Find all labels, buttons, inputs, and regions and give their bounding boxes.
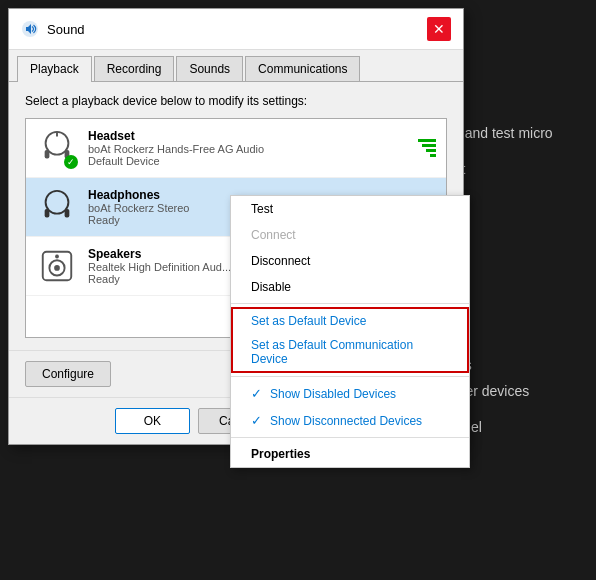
ctx-show-disconnected[interactable]: ✓ Show Disconnected Devices [231, 407, 469, 434]
ctx-show-disconnected-label: Show Disconnected Devices [270, 414, 422, 428]
ctx-set-default[interactable]: Set as Default Device [233, 309, 467, 333]
headset-detail: boAt Rockerz Hands-Free AG Audio [88, 143, 418, 155]
ctx-show-disabled[interactable]: ✓ Show Disabled Devices [231, 380, 469, 407]
check-icon-disabled: ✓ [251, 386, 262, 401]
context-menu: Test Connect Disconnect Disable Set as D… [230, 195, 470, 468]
ctx-divider-1 [231, 303, 469, 304]
ok-button[interactable]: OK [115, 408, 190, 434]
title-bar: Sound ✕ [9, 9, 463, 50]
instruction-text: Select a playback device below to modify… [25, 94, 447, 108]
ctx-divider-3 [231, 437, 469, 438]
tabs-bar: Playback Recording Sounds Communications [9, 50, 463, 82]
ctx-set-default-comm[interactable]: Set as Default Communication Device [233, 333, 467, 371]
svg-point-11 [55, 255, 59, 259]
configure-button[interactable]: Configure [25, 361, 111, 387]
vol-bar-2 [422, 144, 436, 147]
headset-info: Headset boAt Rockerz Hands-Free AG Audio… [88, 129, 418, 167]
headset-status: Default Device [88, 155, 418, 167]
svg-rect-6 [45, 209, 50, 218]
ctx-disconnect[interactable]: Disconnect [231, 248, 469, 274]
ctx-divider-2 [231, 376, 469, 377]
ctx-test[interactable]: Test [231, 196, 469, 222]
ctx-highlighted-group: Set as Default Device Set as Default Com… [231, 307, 469, 373]
tab-communications[interactable]: Communications [245, 56, 360, 81]
default-status-icon: ✓ [64, 155, 78, 169]
close-button[interactable]: ✕ [427, 17, 451, 41]
svg-rect-7 [65, 209, 70, 218]
volume-indicator [418, 139, 436, 157]
bg-text-1: es and test micro [446, 125, 586, 141]
ctx-connect: Connect [231, 222, 469, 248]
ctx-properties[interactable]: Properties [231, 441, 469, 467]
speakers-svg-icon [38, 247, 76, 285]
vol-bar-4 [430, 154, 436, 157]
headset-name: Headset [88, 129, 418, 143]
tab-playback[interactable]: Playback [17, 56, 92, 82]
device-item-headset[interactable]: ✓ Headset boAt Rockerz Hands-Free AG Aud… [26, 119, 446, 178]
bg-text-2: oot [446, 161, 586, 177]
svg-rect-2 [45, 150, 50, 159]
ctx-show-disabled-label: Show Disabled Devices [270, 387, 396, 401]
svg-point-10 [54, 265, 60, 271]
headphones-icon-container [36, 186, 78, 228]
dialog-title: Sound [47, 22, 85, 37]
vol-bar-1 [418, 139, 436, 142]
check-icon-disconnected: ✓ [251, 413, 262, 428]
vol-bar-3 [426, 149, 436, 152]
tab-sounds[interactable]: Sounds [176, 56, 243, 81]
ctx-disable[interactable]: Disable [231, 274, 469, 300]
speakers-icon-container [36, 245, 78, 287]
headphones-svg-icon [38, 188, 76, 226]
tab-recording[interactable]: Recording [94, 56, 175, 81]
headset-icon-container: ✓ [36, 127, 78, 169]
sound-icon [21, 20, 39, 38]
